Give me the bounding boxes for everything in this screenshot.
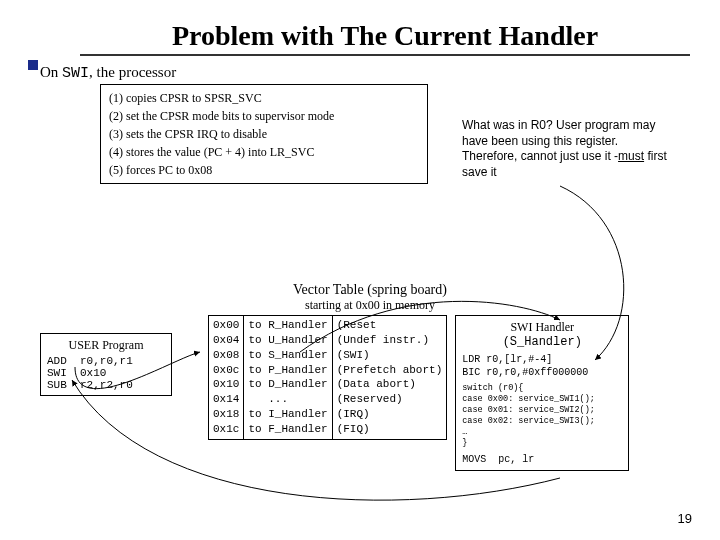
vt-handlers: to R_Handler to U_Handler to S_Handler t… — [244, 315, 332, 440]
swi-handler-box: SWI Handler (S_Handler) LDR r0,[lr,#-4] … — [455, 315, 629, 471]
accent-square — [28, 60, 38, 70]
swi-code-ldr-bic: LDR r0,[lr,#-4] BIC r0,r0,#0xff000000 — [462, 353, 622, 379]
lower-section: Vector Table (spring board) starting at … — [40, 282, 700, 471]
processor-steps-box: (1) copies CPSR to SPSR_SVC (2) set the … — [100, 84, 428, 184]
step-4: (4) stores the value (PC + 4) into LR_SV… — [109, 143, 419, 161]
slide-title: Problem with The Current Handler — [80, 20, 690, 56]
swi-heading: On SWI, the processor — [40, 64, 720, 82]
swi-code-movs: MOVS pc, lr — [462, 453, 622, 466]
vector-table-subtitle: starting at 0x00 in memory — [40, 298, 700, 313]
r0-note: What was in R0? User program may have be… — [462, 118, 672, 180]
step-5: (5) forces PC to 0x08 — [109, 161, 419, 179]
user-program-code: ADD r0,r0,r1 SWI 0x10 SUB r2,r2,r0 — [47, 355, 165, 391]
step-1: (1) copies CPSR to SPSR_SVC — [109, 89, 419, 107]
vt-addresses: 0x00 0x04 0x08 0x0c 0x10 0x14 0x18 0x1c — [208, 315, 244, 440]
vector-table: 0x00 0x04 0x08 0x0c 0x10 0x14 0x18 0x1c … — [208, 315, 447, 440]
page-number: 19 — [678, 511, 692, 526]
swi-heading-pre: On — [40, 64, 62, 80]
columns-row: USER Program ADD r0,r0,r1 SWI 0x10 SUB r… — [40, 315, 700, 471]
step-3: (3) sets the CPSR IRQ to disable — [109, 125, 419, 143]
user-program-box: USER Program ADD r0,r0,r1 SWI 0x10 SUB r… — [40, 333, 172, 396]
swi-handler-header2: (S_Handler) — [462, 335, 622, 349]
vt-descriptions: (Reset (Undef instr.) (SWI) (Prefetch ab… — [333, 315, 448, 440]
swi-code-switch: switch (r0){ case 0x00: service_SWI1(); … — [462, 383, 622, 449]
vector-table-title: Vector Table (spring board) — [40, 282, 700, 298]
step-2: (2) set the CPSR mode bits to supervisor… — [109, 107, 419, 125]
swi-heading-post: , the processor — [89, 64, 176, 80]
swi-heading-code: SWI — [62, 65, 89, 82]
note-underline: must — [618, 149, 644, 163]
user-program-header: USER Program — [47, 338, 165, 353]
swi-handler-header1: SWI Handler — [462, 320, 622, 335]
